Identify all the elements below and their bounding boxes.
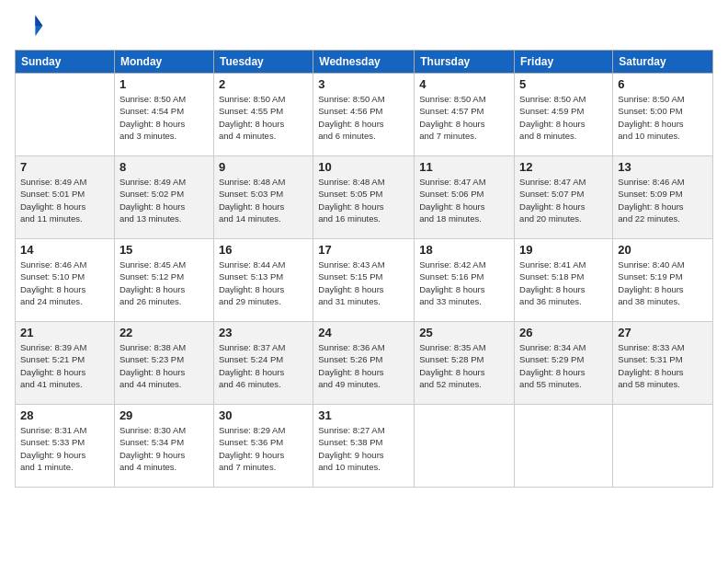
calendar-week-row: 7Sunrise: 8:49 AM Sunset: 5:01 PM Daylig… xyxy=(16,156,713,239)
day-info: Sunrise: 8:39 AM Sunset: 5:21 PM Dayligh… xyxy=(20,341,109,390)
day-number: 28 xyxy=(20,408,109,422)
calendar-cell: 30Sunrise: 8:29 AM Sunset: 5:36 PM Dayli… xyxy=(213,405,313,488)
weekday-header: Monday xyxy=(114,51,213,74)
day-number: 18 xyxy=(419,243,509,257)
calendar-cell: 15Sunrise: 8:45 AM Sunset: 5:12 PM Dayli… xyxy=(114,239,213,322)
weekday-header: Thursday xyxy=(415,51,515,74)
day-number: 19 xyxy=(519,243,608,257)
calendar-cell: 14Sunrise: 8:46 AM Sunset: 5:10 PM Dayli… xyxy=(16,239,115,322)
day-info: Sunrise: 8:47 AM Sunset: 5:06 PM Dayligh… xyxy=(419,176,509,224)
day-number: 30 xyxy=(219,408,308,422)
day-number: 12 xyxy=(519,160,608,174)
day-number: 17 xyxy=(318,243,409,257)
day-info: Sunrise: 8:41 AM Sunset: 5:18 PM Dayligh… xyxy=(519,259,608,307)
calendar-cell: 31Sunrise: 8:27 AM Sunset: 5:38 PM Dayli… xyxy=(313,405,415,488)
day-number: 13 xyxy=(618,160,708,174)
day-number: 29 xyxy=(119,408,209,422)
header-row: SundayMondayTuesdayWednesdayThursdayFrid… xyxy=(16,51,713,74)
calendar-week-row: 14Sunrise: 8:46 AM Sunset: 5:10 PM Dayli… xyxy=(16,239,713,322)
day-number: 27 xyxy=(618,326,708,339)
calendar-cell: 25Sunrise: 8:35 AM Sunset: 5:28 PM Dayli… xyxy=(415,322,515,405)
day-info: Sunrise: 8:45 AM Sunset: 5:12 PM Dayligh… xyxy=(119,259,209,307)
calendar-cell: 6Sunrise: 8:50 AM Sunset: 5:00 PM Daylig… xyxy=(613,74,713,156)
day-info: Sunrise: 8:30 AM Sunset: 5:34 PM Dayligh… xyxy=(119,424,209,473)
calendar-cell xyxy=(415,405,515,488)
day-info: Sunrise: 8:49 AM Sunset: 5:01 PM Dayligh… xyxy=(20,176,109,224)
day-info: Sunrise: 8:46 AM Sunset: 5:09 PM Dayligh… xyxy=(618,176,708,224)
calendar-cell: 16Sunrise: 8:44 AM Sunset: 5:13 PM Dayli… xyxy=(213,239,313,322)
day-info: Sunrise: 8:48 AM Sunset: 5:03 PM Dayligh… xyxy=(219,176,308,224)
calendar-cell: 11Sunrise: 8:47 AM Sunset: 5:06 PM Dayli… xyxy=(415,156,515,239)
calendar-cell: 1Sunrise: 8:50 AM Sunset: 4:54 PM Daylig… xyxy=(114,74,213,156)
calendar-cell: 13Sunrise: 8:46 AM Sunset: 5:09 PM Dayli… xyxy=(613,156,713,239)
header xyxy=(15,11,713,40)
calendar-cell: 10Sunrise: 8:48 AM Sunset: 5:05 PM Dayli… xyxy=(313,156,415,239)
day-number: 25 xyxy=(419,326,509,339)
day-number: 22 xyxy=(119,326,209,339)
day-number: 1 xyxy=(119,77,209,91)
day-info: Sunrise: 8:35 AM Sunset: 5:28 PM Dayligh… xyxy=(419,341,509,390)
weekday-header: Friday xyxy=(515,51,613,74)
page-container: SundayMondayTuesdayWednesdayThursdayFrid… xyxy=(0,0,728,563)
calendar-cell xyxy=(613,405,713,488)
day-info: Sunrise: 8:50 AM Sunset: 4:59 PM Dayligh… xyxy=(519,93,608,142)
day-info: Sunrise: 8:50 AM Sunset: 4:55 PM Dayligh… xyxy=(219,93,308,142)
day-number: 10 xyxy=(318,160,409,174)
day-number: 3 xyxy=(318,77,409,91)
day-info: Sunrise: 8:34 AM Sunset: 5:29 PM Dayligh… xyxy=(519,341,608,390)
calendar-cell: 28Sunrise: 8:31 AM Sunset: 5:33 PM Dayli… xyxy=(16,405,115,488)
calendar-cell: 29Sunrise: 8:30 AM Sunset: 5:34 PM Dayli… xyxy=(114,405,213,488)
calendar-cell: 21Sunrise: 8:39 AM Sunset: 5:21 PM Dayli… xyxy=(16,322,115,405)
calendar-week-row: 21Sunrise: 8:39 AM Sunset: 5:21 PM Dayli… xyxy=(16,322,713,405)
svg-marker-1 xyxy=(35,16,42,26)
calendar-week-row: 28Sunrise: 8:31 AM Sunset: 5:33 PM Dayli… xyxy=(16,405,713,488)
calendar-cell: 17Sunrise: 8:43 AM Sunset: 5:15 PM Dayli… xyxy=(313,239,415,322)
calendar-cell: 4Sunrise: 8:50 AM Sunset: 4:57 PM Daylig… xyxy=(415,74,515,156)
logo xyxy=(15,11,48,40)
day-number: 6 xyxy=(618,77,708,91)
calendar-cell: 18Sunrise: 8:42 AM Sunset: 5:16 PM Dayli… xyxy=(415,239,515,322)
day-info: Sunrise: 8:43 AM Sunset: 5:15 PM Dayligh… xyxy=(318,259,409,307)
day-number: 2 xyxy=(219,77,308,91)
calendar-cell: 3Sunrise: 8:50 AM Sunset: 4:56 PM Daylig… xyxy=(313,74,415,156)
calendar-cell: 20Sunrise: 8:40 AM Sunset: 5:19 PM Dayli… xyxy=(613,239,713,322)
day-info: Sunrise: 8:40 AM Sunset: 5:19 PM Dayligh… xyxy=(618,259,708,307)
calendar-cell: 24Sunrise: 8:36 AM Sunset: 5:26 PM Dayli… xyxy=(313,322,415,405)
weekday-header: Sunday xyxy=(16,51,115,74)
day-info: Sunrise: 8:50 AM Sunset: 4:56 PM Dayligh… xyxy=(318,93,409,142)
day-number: 24 xyxy=(318,326,409,339)
day-number: 9 xyxy=(219,160,308,174)
day-info: Sunrise: 8:50 AM Sunset: 4:54 PM Dayligh… xyxy=(119,93,209,142)
day-info: Sunrise: 8:50 AM Sunset: 4:57 PM Dayligh… xyxy=(419,93,509,142)
calendar-cell: 22Sunrise: 8:38 AM Sunset: 5:23 PM Dayli… xyxy=(114,322,213,405)
weekday-header: Tuesday xyxy=(213,51,313,74)
day-info: Sunrise: 8:33 AM Sunset: 5:31 PM Dayligh… xyxy=(618,341,708,390)
calendar-cell: 26Sunrise: 8:34 AM Sunset: 5:29 PM Dayli… xyxy=(515,322,613,405)
day-number: 16 xyxy=(219,243,308,257)
day-info: Sunrise: 8:50 AM Sunset: 5:00 PM Dayligh… xyxy=(618,93,708,142)
calendar-table: SundayMondayTuesdayWednesdayThursdayFrid… xyxy=(15,50,713,488)
calendar-cell: 2Sunrise: 8:50 AM Sunset: 4:55 PM Daylig… xyxy=(213,74,313,156)
day-number: 20 xyxy=(618,243,708,257)
calendar-cell xyxy=(515,405,613,488)
day-info: Sunrise: 8:46 AM Sunset: 5:10 PM Dayligh… xyxy=(20,259,109,307)
weekday-header: Wednesday xyxy=(313,51,415,74)
weekday-header: Saturday xyxy=(613,51,713,74)
day-info: Sunrise: 8:44 AM Sunset: 5:13 PM Dayligh… xyxy=(219,259,308,307)
day-number: 23 xyxy=(219,326,308,339)
day-number: 7 xyxy=(20,160,109,174)
calendar-cell: 27Sunrise: 8:33 AM Sunset: 5:31 PM Dayli… xyxy=(613,322,713,405)
day-info: Sunrise: 8:31 AM Sunset: 5:33 PM Dayligh… xyxy=(20,424,109,473)
day-info: Sunrise: 8:37 AM Sunset: 5:24 PM Dayligh… xyxy=(219,341,308,390)
calendar-cell xyxy=(16,74,115,156)
calendar-cell: 19Sunrise: 8:41 AM Sunset: 5:18 PM Dayli… xyxy=(515,239,613,322)
day-number: 4 xyxy=(419,77,509,91)
day-number: 5 xyxy=(519,77,608,91)
calendar-cell: 23Sunrise: 8:37 AM Sunset: 5:24 PM Dayli… xyxy=(213,322,313,405)
day-number: 21 xyxy=(20,326,109,339)
logo-icon xyxy=(15,11,44,40)
calendar-week-row: 1Sunrise: 8:50 AM Sunset: 4:54 PM Daylig… xyxy=(16,74,713,156)
day-info: Sunrise: 8:49 AM Sunset: 5:02 PM Dayligh… xyxy=(119,176,209,224)
day-info: Sunrise: 8:42 AM Sunset: 5:16 PM Dayligh… xyxy=(419,259,509,307)
day-number: 26 xyxy=(519,326,608,339)
